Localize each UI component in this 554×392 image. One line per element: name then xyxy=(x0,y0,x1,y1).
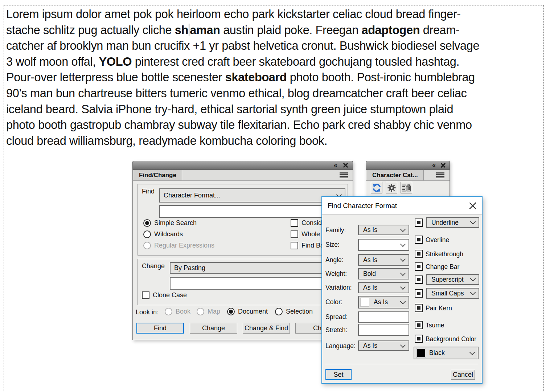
radio-look-in-selection[interactable]: Selection xyxy=(275,308,313,315)
set-button[interactable]: Set xyxy=(325,369,352,380)
collapse-panel-icon[interactable]: « xyxy=(334,161,337,170)
color-swatch xyxy=(360,298,369,307)
checkbox-icon xyxy=(142,291,149,299)
settings-button[interactable] xyxy=(386,182,397,193)
background-color-tristate-checkbox[interactable] xyxy=(415,335,423,343)
small-caps-dropdown[interactable]: Small Caps xyxy=(426,288,479,299)
family-label: Family: xyxy=(325,226,346,234)
superscript-tristate-checkbox[interactable] xyxy=(415,275,423,284)
radio-simple-search[interactable]: Simple Search xyxy=(143,219,197,227)
dialog-title: Find Character Format xyxy=(328,202,397,210)
angle-dropdown[interactable]: As Is xyxy=(358,254,409,266)
pair-kern-tristate-checkbox[interactable] xyxy=(415,304,423,312)
chevron-down-icon xyxy=(400,241,406,247)
checkbox-icon xyxy=(291,230,298,238)
black-color-swatch xyxy=(416,348,426,358)
checkbox-whole-word[interactable]: Whole xyxy=(291,230,320,238)
change-type-dropdown[interactable]: By Pasting xyxy=(170,262,345,274)
overline-tristate-checkbox[interactable] xyxy=(415,236,423,244)
find-change-panel: « Find/Change Find Character Format... S… xyxy=(132,161,353,340)
find-change-tabstrip: Find/Change xyxy=(133,170,353,181)
find-group: Find Character Format... Simple Search W… xyxy=(138,184,348,256)
checkbox-icon xyxy=(291,219,298,227)
close-icon[interactable] xyxy=(343,163,348,168)
size-combo[interactable] xyxy=(358,239,409,251)
weight-label: Weight: xyxy=(325,270,347,278)
background-color-label: Background Color xyxy=(426,335,476,343)
superscript-dropdown[interactable]: Superscript xyxy=(426,274,479,285)
chevron-down-icon xyxy=(470,290,476,295)
spread-input[interactable] xyxy=(358,311,409,323)
text-line: 90’s man bun chartreuse bitters tumeric … xyxy=(6,86,479,102)
underline-style-dropdown[interactable]: Underline xyxy=(426,217,479,228)
chevron-down-icon xyxy=(400,256,406,262)
radio-wildcards[interactable]: Wildcards xyxy=(143,230,183,238)
stretch-label: Stretch: xyxy=(325,326,347,334)
find-button[interactable]: Find xyxy=(136,323,184,334)
gear-icon xyxy=(387,183,396,192)
radio-look-in-map: Map xyxy=(197,308,220,315)
text-line: 3 wolf moon offal, YOLO pinterest cred c… xyxy=(6,54,479,70)
variation-dropdown[interactable]: As Is xyxy=(358,282,409,293)
look-in-label: Look in: xyxy=(136,309,159,316)
change-and-find-button[interactable]: Change & Find xyxy=(243,323,290,334)
refresh-formats-button[interactable] xyxy=(371,182,382,193)
language-dropdown[interactable]: As Is xyxy=(358,340,409,351)
change-text-input[interactable] xyxy=(170,277,345,290)
chevron-down-icon xyxy=(400,298,406,304)
collapse-panel-icon[interactable]: « xyxy=(432,161,435,170)
stretch-input[interactable] xyxy=(358,324,409,336)
change-group: Change By Pasting Clone Case xyxy=(138,259,348,305)
close-icon[interactable] xyxy=(440,163,446,168)
chevron-down-icon xyxy=(400,270,406,276)
text-line: cloud bread williamsburg, readymade komb… xyxy=(6,133,479,149)
close-icon[interactable] xyxy=(469,202,477,210)
tab-character-catalog[interactable]: Character Cat... xyxy=(367,170,424,180)
chevron-down-icon xyxy=(469,349,475,355)
dialog-titlebar[interactable]: Find Character Format xyxy=(322,197,482,215)
small-caps-tristate-checkbox[interactable] xyxy=(415,289,423,298)
change-bar-tristate-checkbox[interactable] xyxy=(415,262,423,271)
overline-label: Overline xyxy=(426,236,449,244)
color-label: Color: xyxy=(325,298,342,306)
checkbox-clone-case[interactable]: Clone Case xyxy=(142,291,187,299)
panel-menu-icon[interactable] xyxy=(340,172,348,178)
delete-format-button[interactable] xyxy=(401,182,412,193)
variation-label: Variation: xyxy=(325,284,352,291)
radio-icon xyxy=(227,308,235,315)
panel-menu-icon[interactable] xyxy=(436,172,444,178)
find-change-titlebar[interactable]: « xyxy=(132,161,353,170)
radio-look-in-book: Book xyxy=(165,308,190,315)
refresh-icon xyxy=(372,183,382,192)
radio-icon xyxy=(275,308,283,315)
tsume-tristate-checkbox[interactable] xyxy=(415,321,423,329)
radio-icon xyxy=(143,242,151,249)
radio-icon xyxy=(143,219,151,227)
find-type-dropdown[interactable]: Character Format... xyxy=(159,188,345,203)
tsume-label: Tsume xyxy=(426,322,444,329)
text-line: Lorem ipsum dolor amet pok pok heirloom … xyxy=(6,7,479,23)
radio-look-in-document[interactable]: Document xyxy=(227,308,268,315)
text-line: stache schlitz pug actually cliche shama… xyxy=(6,23,479,38)
checkbox-consider-case[interactable]: Conside xyxy=(291,219,325,227)
tab-find-change[interactable]: Find/Change xyxy=(134,170,182,180)
text-line: catcher af brooklyn man bun crucifix +1 … xyxy=(6,38,479,54)
find-text-input[interactable] xyxy=(159,205,345,218)
angle-label: Angle: xyxy=(325,256,344,264)
change-button[interactable]: Change xyxy=(190,323,237,334)
strikethrough-tristate-checkbox[interactable] xyxy=(415,250,423,258)
character-catalog-titlebar[interactable]: « xyxy=(366,161,450,170)
color-dropdown[interactable]: As Is xyxy=(358,296,409,309)
checkbox-find-backward[interactable]: Find Ba xyxy=(291,242,324,249)
cancel-button[interactable]: Cancel xyxy=(451,370,475,380)
spread-label: Spread: xyxy=(325,313,348,321)
underline-tristate-checkbox[interactable] xyxy=(415,219,423,227)
background-color-value-dropdown[interactable]: Black xyxy=(414,347,479,359)
size-label: Size: xyxy=(325,241,340,249)
weight-dropdown[interactable]: Bold xyxy=(358,268,409,279)
chevron-down-icon xyxy=(400,284,406,290)
family-dropdown[interactable]: As Is xyxy=(358,225,409,235)
text-line: Pour-over letterpress blue bottle scenes… xyxy=(6,70,479,86)
dialog-divider xyxy=(325,364,478,364)
character-catalog-tabstrip: Character Cat... xyxy=(366,170,450,181)
